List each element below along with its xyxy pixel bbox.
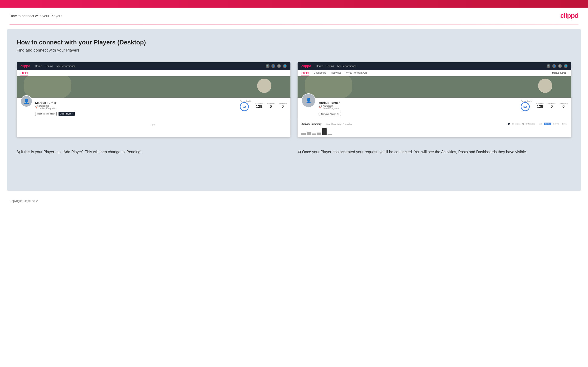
- left-player-name: Marcus Turner: [35, 101, 237, 105]
- user-dropdown-label[interactable]: Marcus Turner ▾: [552, 72, 568, 74]
- header-divider: [9, 24, 579, 25]
- right-nav-home[interactable]: Home: [316, 65, 323, 67]
- chart-bar-5: [322, 128, 327, 135]
- left-nav-icons: 🔍 👤 ⚙ 🌐: [266, 64, 287, 68]
- right-profile-info: 👤 Marcus Turner 1-5 Handicap 📍 United Ki…: [298, 98, 571, 119]
- header: How to connect with your Players clippd: [0, 8, 588, 24]
- screenshot-left: clippd Home Teams My Performance 🔍 👤 ⚙ 🌐…: [17, 62, 290, 137]
- right-app-logo: clippd: [301, 64, 311, 68]
- right-following-label: Following: [560, 102, 568, 105]
- scissors-icon: ✂: [152, 122, 155, 128]
- filter-1mth[interactable]: 1 mth: [561, 123, 568, 125]
- right-tab-dashboard[interactable]: Dashboard: [313, 71, 326, 76]
- right-action-buttons: Remove Player ✕: [319, 112, 518, 116]
- filter-3mths[interactable]: 3 mths: [552, 123, 560, 125]
- on-course-dot: [508, 123, 510, 125]
- right-globe-icon[interactable]: 🌐: [564, 64, 568, 68]
- left-quality-label: Player Quality: [240, 100, 252, 102]
- search-icon[interactable]: 🔍: [266, 64, 269, 68]
- activity-header: Activity Summary Monthly Activity · 6 Mo…: [301, 122, 568, 126]
- brand-logo: clippd: [560, 12, 579, 19]
- left-nav-links: Home Teams My Performance: [35, 65, 261, 67]
- right-nav-icons: 🔍 👤 ⚙ 🌐: [547, 64, 568, 68]
- left-activities-stat: Activities 129: [255, 102, 263, 109]
- right-followers-label: Followers: [548, 102, 556, 105]
- left-stats-row: Player Quality 92 Activities 129 Followe…: [240, 100, 287, 111]
- left-following-label: Following: [278, 102, 287, 105]
- left-profile-banner: [17, 76, 290, 98]
- right-quality-label: Player Quality: [521, 100, 533, 102]
- activity-legend: On course Off course: [508, 123, 535, 125]
- filter-1yr[interactable]: 1 yr: [538, 123, 543, 125]
- globe-icon[interactable]: 🌐: [283, 64, 287, 68]
- chart-bar-1: [301, 133, 306, 135]
- left-following-stat: Following 0: [278, 102, 287, 109]
- right-player-handicap: 1-5 Handicap: [319, 105, 518, 107]
- remove-x-icon: ✕: [337, 113, 339, 115]
- right-tab-activities[interactable]: Activities: [331, 71, 341, 76]
- page-title: How to connect with your Players: [9, 14, 62, 18]
- right-quality-stat: Player Quality 92: [521, 100, 533, 111]
- right-followers-value: 0: [551, 105, 553, 108]
- right-activities-stat: Activities 129: [536, 102, 544, 109]
- right-nav-links: Home Teams My Performance: [316, 65, 542, 67]
- right-profile-banner: [298, 76, 571, 98]
- left-activities-value: 129: [256, 105, 262, 108]
- copyright-text: Copyright Clippd 2022: [9, 199, 38, 203]
- right-player-location: 📍 United Kingdom: [319, 107, 518, 110]
- add-player-button[interactable]: Add Player +: [59, 112, 75, 116]
- activity-filters: 1 yr 6 mths 3 mths 1 mth: [538, 123, 568, 125]
- right-followers-stat: Followers 0: [548, 102, 556, 109]
- remove-player-button[interactable]: Remove Player ✕: [319, 112, 341, 116]
- right-settings-icon[interactable]: ⚙: [558, 64, 562, 68]
- right-following-value: 0: [562, 105, 565, 108]
- right-following-stat: Following 0: [560, 102, 568, 109]
- left-action-buttons: Request to Follow Add Player +: [35, 112, 237, 116]
- activity-chart: [301, 128, 568, 135]
- left-followers-value: 0: [270, 105, 272, 108]
- main-heading: How to connect with your Players (Deskto…: [17, 39, 571, 46]
- footer: Copyright Clippd 2022: [0, 195, 588, 206]
- left-profile-info: 👤 Marcus Turner 1-5 Handicap 📍 United Ki…: [17, 98, 290, 119]
- right-search-icon[interactable]: 🔍: [547, 64, 550, 68]
- profile-icon[interactable]: 👤: [271, 64, 275, 68]
- off-course-label: Off course: [526, 123, 535, 125]
- right-tab-whattoworkon[interactable]: What To Work On: [346, 71, 367, 76]
- filter-6mths[interactable]: 6 mths: [544, 123, 551, 125]
- activity-labels: Activity Summary Monthly Activity · 6 Mo…: [301, 122, 352, 126]
- right-player-details: Marcus Turner 1-5 Handicap 📍 United King…: [319, 100, 518, 116]
- right-nav-teams[interactable]: Teams: [326, 65, 334, 67]
- left-nav-performance[interactable]: My Performance: [56, 65, 76, 67]
- left-tab-profile[interactable]: Profile: [20, 71, 28, 76]
- right-nav-performance[interactable]: My Performance: [337, 65, 356, 67]
- caption-right-text: 4) Once your Player has accepted your re…: [298, 149, 571, 155]
- left-app-logo: clippd: [20, 64, 30, 68]
- main-subheading: Find and connect with your Players: [17, 48, 571, 53]
- location-pin-icon: 📍: [35, 107, 38, 110]
- right-location-pin-icon: 📍: [319, 107, 321, 110]
- captions-row: 3) If this is your Player tap, 'Add Play…: [17, 144, 571, 157]
- left-player-location: 📍 United Kingdom: [35, 107, 237, 110]
- caption-left-text: 3) If this is your Player tap, 'Add Play…: [17, 149, 290, 155]
- left-followers-stat: Followers 0: [267, 102, 275, 109]
- right-quality-value: 92: [523, 105, 527, 108]
- right-avatar: 👤: [301, 93, 316, 108]
- left-tabs: Profile: [17, 70, 290, 76]
- right-quality-circle: 92: [521, 102, 530, 111]
- left-following-value: 0: [282, 105, 284, 108]
- left-nav-home[interactable]: Home: [35, 65, 42, 67]
- right-navbar: clippd Home Teams My Performance 🔍 👤 ⚙ 🌐: [298, 62, 571, 70]
- main-content: How to connect with your Players (Deskto…: [7, 29, 581, 191]
- activity-summary: Activity Summary Monthly Activity · 6 Mo…: [298, 119, 571, 137]
- right-tab-profile[interactable]: Profile: [301, 71, 309, 76]
- activity-controls: On course Off course 1 yr 6 mths 3 mths …: [508, 123, 568, 125]
- chart-bar-2: [307, 132, 311, 135]
- right-profile-icon[interactable]: 👤: [552, 64, 556, 68]
- settings-icon[interactable]: ⚙: [277, 64, 281, 68]
- left-avatar: 👤: [20, 95, 32, 107]
- left-nav-teams[interactable]: Teams: [45, 65, 53, 67]
- dropdown-arrow-icon: ▾: [567, 72, 568, 74]
- right-activities-label: Activities: [536, 102, 544, 105]
- right-stats-row: Player Quality 92 Activities 129 Followe…: [521, 100, 568, 111]
- request-follow-button[interactable]: Request to Follow: [35, 112, 57, 116]
